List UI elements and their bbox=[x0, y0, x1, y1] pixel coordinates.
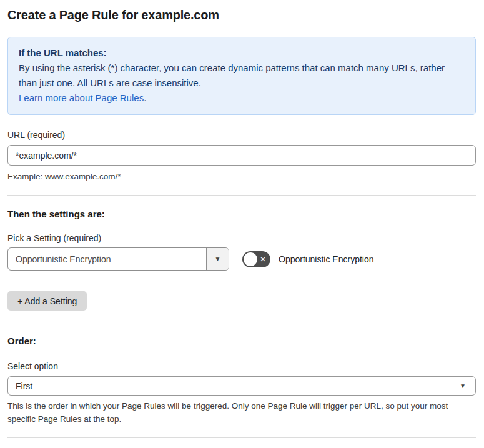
url-input[interactable] bbox=[7, 145, 476, 166]
pick-setting-label: Pick a Setting (required) bbox=[7, 233, 476, 243]
url-example-helper: Example: www.example.com/* bbox=[7, 170, 476, 183]
setting-row: Opportunistic Encryption ▼ ✕ Opportunist… bbox=[7, 247, 476, 271]
opportunistic-encryption-toggle[interactable]: ✕ bbox=[242, 251, 270, 267]
setting-dropdown[interactable]: Opportunistic Encryption ▼ bbox=[7, 247, 229, 271]
order-section-heading: Order: bbox=[7, 336, 476, 346]
create-page-rule-form: Create a Page Rule for example.com If th… bbox=[0, 0, 484, 448]
setting-dropdown-value: Opportunistic Encryption bbox=[8, 248, 206, 270]
chevron-down-icon[interactable]: ▼ bbox=[206, 248, 229, 270]
info-box-body: By using the asterisk (*) character, you… bbox=[19, 61, 465, 91]
settings-section-heading: Then the settings are: bbox=[7, 209, 476, 219]
order-select-value: First bbox=[16, 381, 460, 391]
toggle-label: Opportunistic Encryption bbox=[279, 254, 374, 264]
toggle-knob bbox=[244, 252, 257, 266]
info-box-heading: If the URL matches: bbox=[19, 46, 465, 61]
info-box-link-line: Learn more about Page Rules. bbox=[19, 91, 465, 106]
toggle-off-x-icon: ✕ bbox=[260, 256, 266, 263]
divider bbox=[7, 195, 476, 196]
learn-more-link[interactable]: Learn more about Page Rules bbox=[19, 92, 144, 103]
order-helper-text: This is the order in which your Page Rul… bbox=[7, 399, 476, 426]
select-option-label: Select option bbox=[7, 361, 476, 371]
toggle-wrap: ✕ Opportunistic Encryption bbox=[242, 251, 374, 267]
divider bbox=[7, 437, 476, 438]
order-select[interactable]: First ▼ bbox=[7, 376, 476, 396]
chevron-down-icon: ▼ bbox=[460, 382, 468, 389]
link-suffix: . bbox=[144, 92, 146, 103]
url-field-label: URL (required) bbox=[7, 130, 476, 140]
url-matches-info-box: If the URL matches: By using the asteris… bbox=[7, 37, 476, 115]
add-setting-button[interactable]: + Add a Setting bbox=[7, 291, 87, 311]
page-title: Create a Page Rule for example.com bbox=[7, 8, 476, 22]
